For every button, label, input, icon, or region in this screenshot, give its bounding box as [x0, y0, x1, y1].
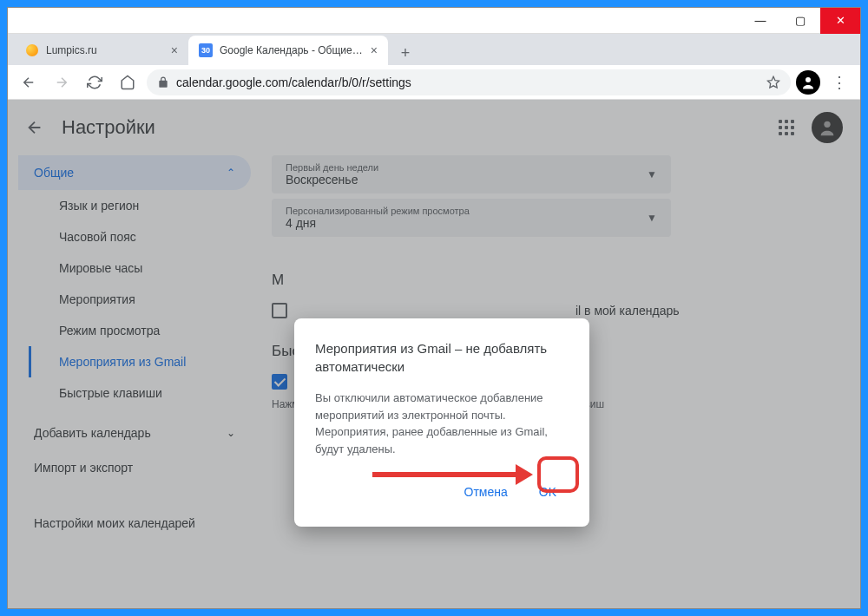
- page-content: Настройки Общие ⌃ Язык и регион Часовой …: [8, 100, 860, 608]
- browser-tab[interactable]: Lumpics.ru ×: [15, 36, 188, 65]
- favicon-icon: 30: [199, 43, 213, 57]
- ok-button[interactable]: OK: [527, 478, 569, 506]
- window-minimize-button[interactable]: —: [740, 8, 780, 34]
- url-text: calendar.google.com/calendar/b/0/r/setti…: [176, 75, 760, 89]
- browser-window: — ▢ ✕ Lumpics.ru × 30 Google Календарь -…: [7, 7, 861, 609]
- svg-marker-0: [767, 76, 779, 88]
- nav-home-button[interactable]: [114, 69, 141, 96]
- browser-tabstrip: Lumpics.ru × 30 Google Календарь - Общие…: [8, 34, 860, 65]
- svg-point-1: [806, 77, 811, 82]
- window-close-button[interactable]: ✕: [820, 8, 860, 34]
- dialog-actions: Отмена OK: [315, 478, 569, 506]
- address-bar[interactable]: calendar.google.com/calendar/b/0/r/setti…: [147, 69, 791, 95]
- browser-tab-active[interactable]: 30 Google Календарь - Общие нас ×: [188, 36, 388, 65]
- window-maximize-button[interactable]: ▢: [780, 8, 820, 34]
- bookmark-star-icon[interactable]: [766, 75, 780, 89]
- window-titlebar: — ▢ ✕: [8, 8, 860, 34]
- profile-avatar[interactable]: [796, 70, 820, 95]
- nav-back-button[interactable]: [15, 69, 43, 96]
- dialog-title: Мероприятия из Gmail – не добавлять авто…: [315, 339, 569, 376]
- tab-close-icon[interactable]: ×: [171, 43, 178, 57]
- new-tab-button[interactable]: +: [393, 41, 418, 65]
- nav-reload-button[interactable]: [81, 69, 108, 96]
- nav-forward-button[interactable]: [48, 69, 76, 96]
- browser-menu-button[interactable]: ⋮: [825, 73, 853, 92]
- tab-title: Lumpics.ru: [46, 44, 164, 56]
- cancel-button[interactable]: Отмена: [452, 478, 520, 506]
- confirm-dialog: Мероприятия из Gmail – не добавлять авто…: [294, 318, 589, 527]
- tab-title: Google Календарь - Общие нас: [220, 44, 364, 56]
- dialog-body: Вы отключили автоматическое добавление м…: [315, 390, 569, 457]
- tab-close-icon[interactable]: ×: [371, 43, 378, 57]
- browser-toolbar: calendar.google.com/calendar/b/0/r/setti…: [8, 65, 860, 100]
- lock-icon: [157, 76, 169, 88]
- favicon-icon: [25, 43, 39, 57]
